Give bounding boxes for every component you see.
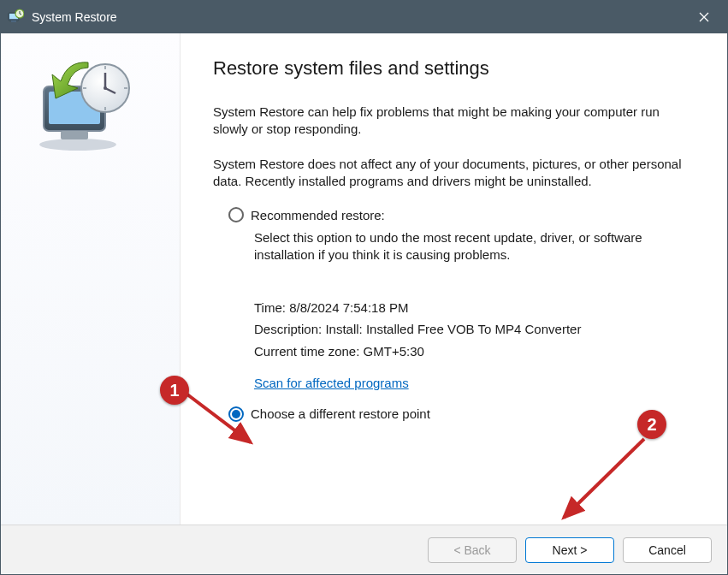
scan-affected-programs-link[interactable]: Scan for affected programs — [254, 376, 409, 390]
content-area: Restore system files and settings System… — [1, 33, 727, 525]
restore-point-details: Time: 8/8/2024 7:54:18 PM Description: I… — [254, 297, 693, 394]
recommended-restore-radio[interactable]: Recommended restore: — [228, 207, 693, 222]
cancel-button[interactable]: Cancel — [623, 537, 712, 563]
description-line: Description: Install: Installed Free VOB… — [254, 318, 693, 341]
radio-unchecked-icon — [228, 207, 244, 222]
right-panel: Restore system files and settings System… — [181, 33, 727, 525]
close-button[interactable] — [681, 1, 727, 33]
left-panel — [1, 33, 181, 525]
different-restore-point-label: Choose a different restore point — [251, 406, 430, 421]
radio-checked-icon — [228, 406, 244, 422]
restore-options: Recommended restore: Select this option … — [228, 207, 693, 422]
recommended-restore-description: Select this option to undo the most rece… — [254, 229, 693, 264]
back-button[interactable]: < Back — [428, 537, 517, 563]
recommended-restore-label: Recommended restore: — [251, 208, 385, 222]
svg-rect-2 — [11, 21, 16, 22]
page-heading: Restore system files and settings — [213, 57, 693, 80]
wizard-footer: < Back Next > Cancel — [1, 525, 727, 574]
svg-rect-7 — [61, 131, 88, 139]
window-title: System Restore — [32, 10, 117, 24]
timezone-line: Current time zone: GMT+5:30 — [254, 341, 693, 363]
intro-paragraph-2: System Restore does not affect any of yo… — [213, 156, 693, 191]
intro-paragraph-1: System Restore can help fix problems tha… — [213, 104, 693, 139]
next-button[interactable]: Next > — [525, 537, 614, 563]
different-restore-point-radio[interactable]: Choose a different restore point — [228, 406, 693, 422]
callout-badge-1: 1 — [160, 376, 189, 405]
title-bar: System Restore — [1, 1, 727, 33]
system-restore-icon — [6, 8, 25, 27]
svg-point-4 — [39, 139, 116, 151]
system-restore-graphic-icon — [27, 59, 138, 153]
time-line: Time: 8/8/2024 7:54:18 PM — [254, 297, 693, 319]
callout-badge-2: 2 — [637, 410, 666, 439]
